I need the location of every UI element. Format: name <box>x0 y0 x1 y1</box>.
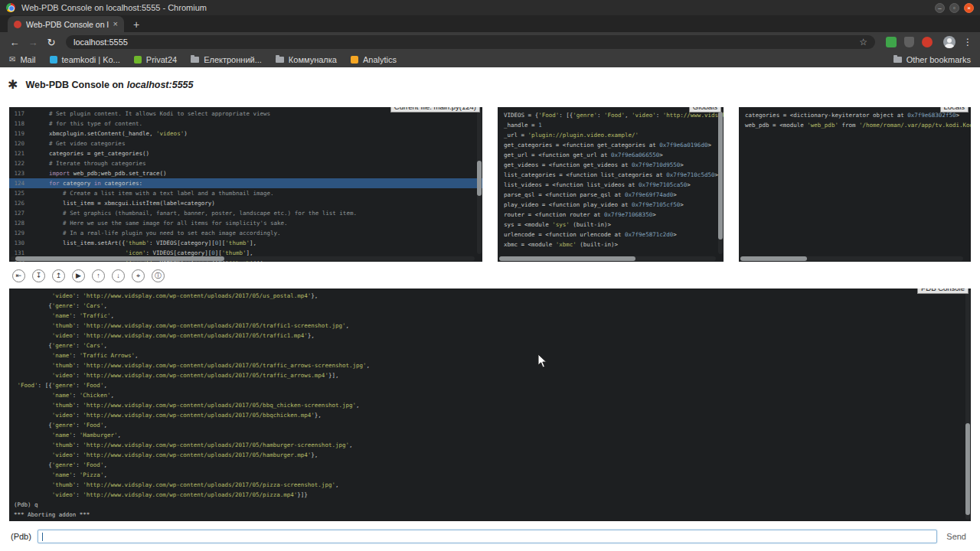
line-number: 120 <box>9 139 24 148</box>
bookmark-folder-electronic[interactable]: Електронний... <box>191 55 262 64</box>
tab-title: Web-PDB Console on loca <box>26 20 109 29</box>
maximize-button[interactable]: ▫ <box>949 3 959 13</box>
bookmark-mail[interactable]: Mail <box>9 55 36 64</box>
locals-panel[interactable]: Locals categories = <dictionary-keyitera… <box>739 107 971 262</box>
console-line: {'genre': 'Cars', <box>14 341 971 350</box>
debug-where-button[interactable]: ⌖ <box>132 269 145 282</box>
vertical-scrollbar[interactable] <box>965 290 970 520</box>
scrollbar-thumb[interactable] <box>499 256 635 261</box>
text-caret <box>42 533 43 541</box>
scrollbar-thumb[interactable] <box>477 161 482 196</box>
scrollbar-thumb[interactable] <box>15 256 224 261</box>
code-line: 118 # for this type of content. <box>9 119 482 129</box>
variable-line: get_url = <function get_url at 0x7f9e6a0… <box>504 150 717 160</box>
variable-line: parse_qsl = <function parse_qsl at 0x7f9… <box>504 190 717 200</box>
code-line: 129 # In a real-life plugin you need to … <box>9 228 482 238</box>
bookmark-folder-kommunalka[interactable]: Коммуналка <box>276 55 337 64</box>
globals-panel[interactable]: Globals VIDEOS = {'Food': [{'genre': 'Fo… <box>498 107 724 262</box>
console-line: 'video': 'http://www.vidsplay.com/wp-con… <box>14 331 971 341</box>
command-row: (Pdb) Send <box>11 528 969 545</box>
code-line: 125 # Create a list item with a text lab… <box>9 188 482 198</box>
globals-lines: VIDEOS = {'Food': [{'genre': 'Food', 'vi… <box>498 107 724 249</box>
console-line: 'name': 'Traffic Arrows', <box>14 350 971 360</box>
console-output: 'video': 'http://www.vidsplay.com/wp-con… <box>9 289 971 520</box>
line-number: 125 <box>9 188 24 198</box>
horizontal-scrollbar[interactable] <box>11 256 475 261</box>
bookmark-label: Mail <box>20 55 35 64</box>
debug-restart-button[interactable]: ⇤ <box>12 269 25 282</box>
address-bar[interactable]: localhost:5555 ☆ <box>66 35 875 49</box>
bookmark-label: Analytics <box>363 55 397 64</box>
locals-label: Locals <box>940 107 969 112</box>
minimize-button[interactable]: – <box>935 3 945 13</box>
code-line: 123 import web_pdb;web_pdb.set_trace() <box>9 168 482 178</box>
variable-line: VIDEOS = {'Food': [{'genre': 'Food', 'vi… <box>504 110 717 120</box>
code-line: 122 # Iterate through categories <box>9 158 482 168</box>
extension-icon-green[interactable] <box>886 37 897 47</box>
forward-button[interactable]: → <box>24 34 41 51</box>
code-text: xbmcplugin.setContent(_handle, 'videos') <box>35 129 188 139</box>
pdb-console-label: PDB Console <box>917 289 969 294</box>
console-line: 'thumb': 'http://www.vidsplay.com/wp-con… <box>14 321 971 331</box>
vertical-scrollbar[interactable] <box>718 109 723 254</box>
other-bookmarks[interactable]: Other bookmarks <box>893 55 971 64</box>
panels-row: Current file: main.py(124) 117 # Set plu… <box>9 107 971 262</box>
adblock-icon[interactable] <box>922 37 933 47</box>
page-title-host: localhost:5555 <box>127 80 194 90</box>
debug-up-button[interactable]: ↑ <box>92 269 105 282</box>
close-button[interactable]: × <box>964 3 974 13</box>
console-line: 'video': 'http://www.vidsplay.com/wp-con… <box>14 450 971 460</box>
new-tab-button[interactable]: + <box>127 17 145 32</box>
code-lines: 117 # Set plugin content. It allows Kodi… <box>9 107 482 262</box>
code-text: # In a real-life plugin you need to set … <box>35 228 281 238</box>
debug-down-button[interactable]: ↓ <box>112 269 125 282</box>
extension-shield-icon[interactable] <box>904 37 914 47</box>
send-button[interactable]: Send <box>943 532 969 541</box>
debug-help-button[interactable]: ⓘ <box>152 269 165 282</box>
bookmark-privat24[interactable]: Privat24 <box>134 55 177 64</box>
console-line: (Pdb) q <box>14 500 971 510</box>
current-file-panel[interactable]: Current file: main.py(124) 117 # Set plu… <box>9 107 482 262</box>
bookmark-analytics[interactable]: Analytics <box>351 55 397 64</box>
bookmark-star-icon[interactable]: ☆ <box>859 37 867 47</box>
line-number: 119 <box>9 129 24 139</box>
pdb-command-input[interactable] <box>38 532 936 544</box>
scrollbar-thumb[interactable] <box>965 423 970 515</box>
line-number: 124 <box>9 178 24 188</box>
variable-line: categories = <dictionary-keyiterator obj… <box>745 110 965 120</box>
profile-avatar[interactable] <box>943 36 956 48</box>
horizontal-scrollbar[interactable] <box>499 256 716 261</box>
code-line: 119 xbmcplugin.setContent(_handle, 'vide… <box>9 129 482 139</box>
folder-icon <box>191 57 199 63</box>
scrollbar-thumb[interactable] <box>718 112 723 240</box>
tab-close-icon[interactable]: × <box>113 20 118 28</box>
reload-button[interactable]: ↻ <box>43 34 60 51</box>
web-pdb-logo-icon: ✱ <box>8 79 18 91</box>
code-text: # Here we use the same image for all ite… <box>35 218 288 228</box>
vertical-scrollbar[interactable] <box>477 109 482 254</box>
variable-line: urlencode = <function urlencode at 0x7f9… <box>504 230 717 240</box>
browser-tab[interactable]: Web-PDB Console on loca × <box>8 16 124 32</box>
console-line: 'video': 'http://www.vidsplay.com/wp-con… <box>14 410 971 420</box>
window-titlebar: Web-PDB Console on localhost:5555 - Chro… <box>0 0 980 15</box>
horizontal-scrollbar[interactable] <box>740 256 963 261</box>
scrollbar-thumb[interactable] <box>740 256 807 261</box>
line-number: 121 <box>9 148 24 158</box>
pdb-prompt-label: (Pdb) <box>11 532 31 541</box>
tab-strip: Web-PDB Console on loca × + <box>0 15 980 32</box>
code-text: # Set plugin content. It allows Kodi to … <box>35 109 270 119</box>
console-line: {'genre': 'Food', <box>14 460 971 470</box>
debug-step-into-button[interactable]: ↧ <box>32 269 45 282</box>
back-button[interactable]: ← <box>6 34 23 51</box>
console-line: 'name': 'Hamburger', <box>14 430 971 440</box>
console-line: 'name': 'Pizza', <box>14 470 971 480</box>
debug-return-button[interactable]: ↥ <box>52 269 65 282</box>
debug-continue-button[interactable]: ▶ <box>72 269 85 282</box>
privat24-favicon <box>134 56 142 64</box>
page-title: Web-PDB Console onlocalhost:5555 <box>25 80 193 90</box>
bookmark-teamkodi[interactable]: teamkodi | Ko... <box>50 55 120 64</box>
code-line: 124 for category in categories: <box>9 178 482 188</box>
code-line: 126 list_item = xbmcgui.ListItem(label=c… <box>9 198 482 208</box>
browser-menu-icon[interactable]: ⋮ <box>962 37 974 47</box>
pdb-console-panel[interactable]: PDB Console 'video': 'http://www.vidspla… <box>9 289 971 521</box>
